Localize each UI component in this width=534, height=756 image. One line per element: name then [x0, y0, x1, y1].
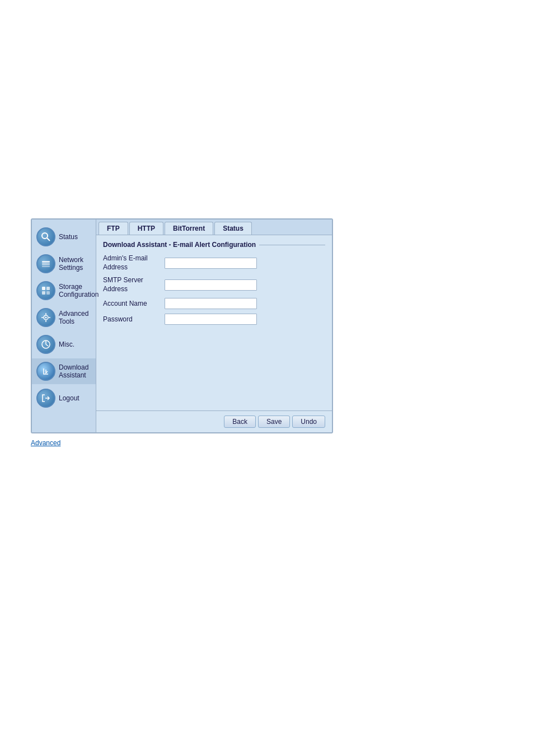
svg-rect-5: [42, 287, 45, 290]
tab-status[interactable]: Status: [214, 222, 252, 235]
svg-line-17: [46, 344, 48, 346]
sidebar-item-misc[interactable]: Misc.: [32, 332, 96, 357]
sidebar-label-advanced: Advanced Tools: [59, 310, 88, 326]
main-panel: Status Network Settings: [31, 218, 333, 433]
svg-point-0: [42, 233, 48, 239]
advanced-link[interactable]: Advanced: [31, 439, 60, 447]
label-password: Password: [103, 315, 165, 324]
storage-icon: [36, 281, 55, 300]
form-row-password: Password: [103, 314, 325, 325]
svg-rect-8: [46, 291, 50, 295]
sidebar-label-download-assistant: Download Assistant: [59, 363, 88, 380]
svg-rect-2: [42, 261, 50, 263]
input-password[interactable]: [165, 314, 257, 325]
tab-ftp[interactable]: FTP: [99, 222, 128, 235]
undo-button[interactable]: Undo: [292, 416, 325, 428]
misc-icon: [36, 335, 55, 354]
svg-rect-4: [42, 265, 50, 267]
label-account-name: Account Name: [103, 300, 165, 309]
tab-http[interactable]: HTTP: [129, 222, 163, 235]
sidebar-item-network-settings[interactable]: Network Settings: [32, 251, 96, 277]
sidebar-item-storage[interactable]: Storage Configuration: [32, 278, 96, 304]
form-area: Download Assistant - E-mail Alert Config…: [96, 235, 332, 410]
sidebar: Status Network Settings: [32, 220, 96, 432]
input-account-name[interactable]: [165, 298, 257, 309]
save-button[interactable]: Save: [258, 416, 290, 428]
logout-icon: [36, 389, 55, 408]
label-smtp-server: SMTP Server Address: [103, 276, 165, 293]
form-row-account-name: Account Name: [103, 298, 325, 309]
tab-bittorrent[interactable]: BitTorrent: [165, 222, 213, 235]
download-assistant-icon: [36, 362, 55, 381]
content-area: FTP HTTP BitTorrent Status Download Assi…: [96, 220, 332, 432]
svg-rect-6: [46, 287, 50, 290]
svg-rect-7: [42, 291, 45, 295]
tabs-bar: FTP HTTP BitTorrent Status: [96, 220, 332, 235]
form-row-admin-email: Admin's E-mail Address: [103, 254, 325, 272]
network-settings-icon: [36, 254, 55, 273]
input-smtp-server[interactable]: [165, 279, 257, 291]
sidebar-item-download-assistant[interactable]: Download Assistant: [32, 358, 96, 384]
svg-line-1: [47, 238, 50, 241]
section-title: Download Assistant - E-mail Alert Config…: [103, 241, 325, 249]
back-button[interactable]: Back: [224, 416, 256, 428]
svg-rect-3: [42, 263, 50, 265]
sidebar-item-logout[interactable]: Logout: [32, 385, 96, 411]
sidebar-item-status[interactable]: Status: [32, 224, 96, 250]
advanced-tools-icon: [36, 308, 55, 327]
panel-body: Status Network Settings: [32, 220, 332, 432]
sidebar-label-storage: Storage Configuration: [59, 283, 99, 299]
button-bar: Back Save Undo: [96, 410, 332, 432]
input-admin-email[interactable]: [165, 258, 257, 269]
sidebar-label-misc: Misc.: [59, 340, 74, 348]
form-row-smtp-server: SMTP Server Address: [103, 276, 325, 293]
label-admin-email: Admin's E-mail Address: [103, 254, 165, 272]
sidebar-label-logout: Logout: [59, 394, 79, 402]
svg-point-10: [45, 317, 47, 319]
sidebar-item-advanced-tools[interactable]: Advanced Tools: [32, 305, 96, 330]
sidebar-label-network: Network Settings: [59, 256, 83, 272]
status-icon: [36, 227, 55, 246]
sidebar-label-status: Status: [59, 233, 78, 241]
